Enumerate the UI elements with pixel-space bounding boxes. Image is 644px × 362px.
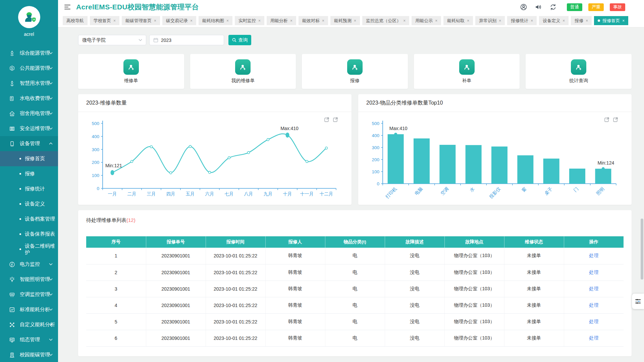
- sidebar-item[interactable]: 综合能源管理: [0, 46, 58, 61]
- sidebar-subitem[interactable]: 报修统计: [0, 181, 58, 196]
- tab-close-icon[interactable]: ×: [354, 19, 356, 23]
- toolbox-restore-icon[interactable]: [605, 118, 609, 122]
- tab[interactable]: 能效对标×: [299, 16, 328, 25]
- tab[interactable]: 实时监控×: [235, 16, 264, 25]
- quick-action-icon: [123, 59, 139, 75]
- bullet-icon: [19, 218, 21, 220]
- sidebar-item[interactable]: 安全运维管理: [0, 121, 58, 136]
- sidebar-subitem[interactable]: 报修: [0, 166, 58, 181]
- tab-close-icon[interactable]: ×: [290, 19, 292, 23]
- handle-link[interactable]: 处理: [589, 286, 598, 291]
- sidebar-subitem[interactable]: 设备保养报表: [0, 227, 58, 242]
- sidebar-subitem-label: 设备二维码维护: [25, 243, 58, 256]
- sidebar-item[interactable]: 空调监控管理: [0, 287, 58, 302]
- toolbox-restore-icon[interactable]: [325, 118, 329, 122]
- tab[interactable]: 用能分析×: [267, 16, 296, 25]
- sidebar-item[interactable]: 智能照明管理: [0, 272, 58, 287]
- tab-close-icon[interactable]: ×: [586, 19, 588, 23]
- tab[interactable]: 报修×: [571, 16, 592, 25]
- bar-chart-card: 2023-物品分类维修单数量Top10 0100200300400500打印机M…: [358, 94, 632, 205]
- tab-close-icon[interactable]: ×: [113, 19, 116, 23]
- tab[interactable]: 学校首页×: [90, 16, 119, 25]
- sidebar-item[interactable]: 组态管理: [0, 332, 58, 347]
- tab-close-icon[interactable]: ×: [435, 19, 437, 23]
- sidebar-item-label: 空调监控管理: [20, 291, 50, 298]
- tab[interactable]: 能耗结构图×: [199, 16, 232, 25]
- tab[interactable]: 监控总览（公区）×: [362, 16, 409, 25]
- query-button[interactable]: 查询: [228, 35, 251, 45]
- table-body: 1202309010012023-10-01 01:25:22韩青坡电没电物理办…: [86, 248, 624, 346]
- table-cell: 未接单: [504, 281, 564, 297]
- sidebar-subitem[interactable]: 设备二维码维护: [0, 242, 58, 257]
- tab-close-icon[interactable]: ×: [403, 19, 406, 23]
- quick-action-card[interactable]: 报修: [302, 54, 408, 89]
- sidebar-item-label: 设备管理: [20, 140, 40, 147]
- handle-link[interactable]: 处理: [589, 269, 598, 275]
- quick-action-card[interactable]: 补单: [414, 54, 520, 89]
- refresh-icon[interactable]: [549, 3, 557, 11]
- tab-label: 监控总览（公区）: [366, 18, 401, 24]
- handle-link[interactable]: 处理: [589, 253, 598, 258]
- sidebar-item[interactable]: 校园能碳管理: [0, 347, 58, 362]
- sidebar-item[interactable]: 智慧用水管理: [0, 76, 58, 91]
- department-select[interactable]: 微电子学院: [78, 35, 146, 45]
- tab[interactable]: 用能公示×: [412, 16, 441, 25]
- sidebar-subitem[interactable]: 设备定义: [0, 196, 58, 212]
- tab-close-icon[interactable]: ×: [467, 19, 469, 23]
- sidebar-item[interactable]: 水电收费管理: [0, 91, 58, 106]
- tab-close-icon[interactable]: ×: [226, 19, 229, 23]
- handle-link[interactable]: 处理: [589, 335, 598, 341]
- tab-close-icon[interactable]: ×: [622, 19, 625, 23]
- user-icon[interactable]: [520, 3, 527, 11]
- tab-active[interactable]: 报修首页×: [594, 16, 628, 25]
- tab[interactable]: 能碳管理首页×: [122, 16, 160, 25]
- table-cell: 没电: [385, 313, 444, 330]
- sidebar-item[interactable]: 自定义能耗分析: [0, 317, 58, 332]
- sidebar-item[interactable]: 标准能耗分析: [0, 302, 58, 317]
- theme-settings-toggle[interactable]: [632, 294, 644, 309]
- quick-action-card[interactable]: 统计查询: [526, 54, 632, 89]
- sidebar-subitem[interactable]: 设备档案管理: [0, 212, 58, 227]
- tab-close-icon[interactable]: ×: [531, 19, 533, 23]
- sidebar-item[interactable]: 公共能源管理: [0, 61, 58, 76]
- sidebar-item[interactable]: 宿舍用电管理: [0, 106, 58, 121]
- alarm-badge[interactable]: 严重: [588, 3, 604, 11]
- tab-close-icon[interactable]: ×: [562, 19, 565, 23]
- tab-close-icon[interactable]: ×: [322, 19, 324, 23]
- line-chart-card: 2023-维修单数量 0100200300400500一月二月三月四月五月六月七…: [78, 94, 352, 205]
- tab-close-icon[interactable]: ×: [154, 19, 156, 23]
- tab-close-icon[interactable]: ×: [499, 19, 501, 23]
- toolbox-save-icon[interactable]: [613, 118, 618, 122]
- quick-action-icon: [235, 59, 251, 75]
- tab[interactable]: 碳交易记录×: [162, 16, 196, 25]
- year-input[interactable]: 2023: [149, 35, 224, 45]
- svg-text:Min:124: Min:124: [597, 160, 614, 166]
- topbar-right: 普通严重事故: [513, 3, 625, 11]
- tab[interactable]: 异常识别×: [475, 16, 505, 25]
- alarm-badge[interactable]: 事故: [610, 3, 625, 11]
- tab[interactable]: 能耗预测×: [330, 16, 360, 25]
- sidebar-item[interactable]: 设备管理: [0, 136, 58, 151]
- tab-close-icon[interactable]: ×: [190, 19, 193, 23]
- table-row: 1202309010012023-10-01 01:25:22韩青坡电没电物理办…: [86, 248, 624, 264]
- svg-text:四月: 四月: [166, 191, 175, 196]
- toolbox-save-icon[interactable]: [333, 118, 337, 122]
- alarm-badge[interactable]: 普通: [567, 3, 582, 11]
- handle-link[interactable]: 处理: [589, 302, 598, 308]
- scrollbar-thumb[interactable]: [641, 219, 643, 280]
- tab[interactable]: 报修统计×: [507, 16, 537, 25]
- sidebar-subitem[interactable]: 报修首页: [0, 151, 58, 166]
- collapse-menu-icon[interactable]: [64, 5, 71, 9]
- svg-text:一月: 一月: [108, 191, 117, 196]
- tab[interactable]: 能耗钻取×: [443, 16, 473, 25]
- quick-action-card[interactable]: 维修单: [78, 54, 184, 89]
- year-input-value: 2023: [161, 38, 171, 43]
- tab[interactable]: 高校导航: [63, 16, 88, 25]
- handle-link[interactable]: 处理: [589, 319, 598, 324]
- tab[interactable]: 设备定义×: [539, 16, 569, 25]
- chevron-down-icon: [49, 67, 53, 69]
- quick-action-card[interactable]: 我的维修单: [190, 54, 296, 89]
- volume-icon[interactable]: [535, 3, 542, 11]
- sidebar-item[interactable]: 电力监控: [0, 257, 58, 272]
- tab-close-icon[interactable]: ×: [258, 19, 261, 23]
